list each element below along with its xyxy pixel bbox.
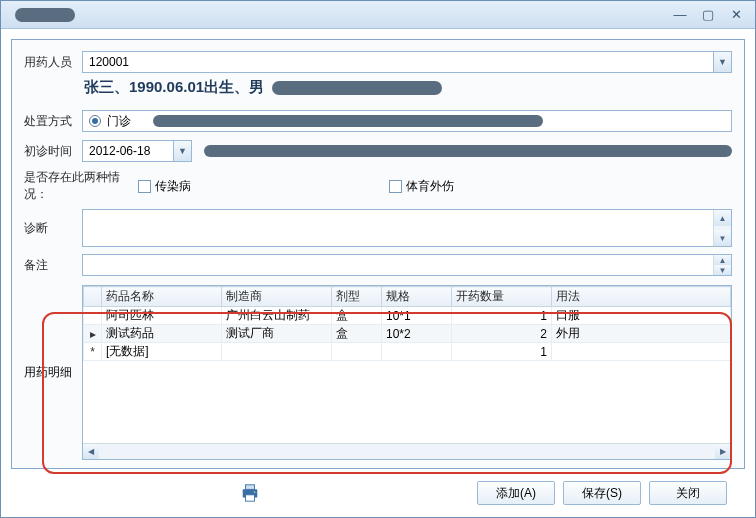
- patient-dropdown-button[interactable]: ▼: [713, 52, 731, 72]
- maximize-button[interactable]: ▢: [695, 6, 721, 24]
- footer: 添加(A) 保存(S) 关闭: [11, 469, 745, 517]
- grid-header-manufacturer[interactable]: 制造商: [222, 287, 332, 307]
- cell-spec[interactable]: 10*2: [382, 325, 452, 343]
- scroll-down-icon[interactable]: ▼: [714, 230, 731, 246]
- add-button[interactable]: 添加(A): [477, 481, 555, 505]
- medication-grid[interactable]: 药品名称 制造商 剂型 规格 开药数量 用法 阿司匹林广州白云山制药盒10*11…: [82, 285, 732, 460]
- scroll-right-icon[interactable]: ▶: [715, 444, 731, 459]
- patient-summary-text: 张三、1990.06.01出生、男: [84, 78, 264, 97]
- cell-spec[interactable]: 10*1: [382, 307, 452, 325]
- content-area: 用药人员 120001 ▼ 张三、1990.06.01出生、男 处置方式 门诊: [1, 29, 755, 517]
- first-visit-dropdown-button[interactable]: ▼: [173, 141, 191, 161]
- sports-injury-label: 体育外伤: [406, 178, 454, 195]
- cell-qty[interactable]: 1: [452, 343, 552, 361]
- svg-rect-1: [245, 485, 254, 490]
- disposition-radio-outpatient[interactable]: [89, 115, 101, 127]
- first-visit-value: 2012-06-18: [83, 144, 173, 158]
- cell-form[interactable]: 盒: [332, 307, 382, 325]
- cell-manufacturer[interactable]: 测试厂商: [222, 325, 332, 343]
- disposition-radio-outpatient-label: 门诊: [107, 113, 131, 130]
- diagnosis-textarea[interactable]: ▲ ▼: [82, 209, 732, 247]
- minimize-button[interactable]: —: [667, 6, 693, 24]
- diagnosis-label: 诊断: [24, 220, 76, 237]
- save-button[interactable]: 保存(S): [563, 481, 641, 505]
- svg-point-3: [254, 491, 256, 493]
- row-marker[interactable]: ▸: [84, 325, 102, 343]
- printer-icon[interactable]: [239, 483, 261, 503]
- table-row[interactable]: ▸测试药品测试厂商盒10*22外用: [84, 325, 731, 343]
- grid-header-marker: [84, 287, 102, 307]
- infectious-checkbox[interactable]: [138, 180, 151, 193]
- grid-header-form[interactable]: 剂型: [332, 287, 382, 307]
- close-window-button[interactable]: ✕: [723, 6, 749, 24]
- remarks-textarea[interactable]: ▲ ▼: [82, 254, 732, 276]
- title-redacted: [15, 8, 75, 22]
- cell-qty[interactable]: 1: [452, 307, 552, 325]
- cell-usage[interactable]: [552, 343, 731, 361]
- remarks-label: 备注: [24, 257, 76, 274]
- scroll-up-icon[interactable]: ▲: [714, 255, 731, 265]
- diagnosis-scrollbar[interactable]: ▲ ▼: [713, 210, 731, 246]
- scroll-left-icon[interactable]: ◀: [83, 444, 99, 459]
- table-row[interactable]: *[无数据]1: [84, 343, 731, 361]
- cell-name[interactable]: [无数据]: [102, 343, 222, 361]
- cell-name[interactable]: 阿司匹林: [102, 307, 222, 325]
- scroll-down-icon[interactable]: ▼: [714, 265, 731, 275]
- patient-combo[interactable]: 120001 ▼: [82, 51, 732, 73]
- infectious-label: 传染病: [155, 178, 191, 195]
- close-button[interactable]: 关闭: [649, 481, 727, 505]
- cell-form[interactable]: 盒: [332, 325, 382, 343]
- cell-form[interactable]: [332, 343, 382, 361]
- patient-label: 用药人员: [24, 54, 76, 71]
- titlebar: — ▢ ✕: [1, 1, 755, 29]
- cell-spec[interactable]: [382, 343, 452, 361]
- svg-rect-2: [245, 495, 254, 501]
- grid-header-name[interactable]: 药品名称: [102, 287, 222, 307]
- cell-name[interactable]: 测试药品: [102, 325, 222, 343]
- sports-injury-checkbox[interactable]: [389, 180, 402, 193]
- row-marker[interactable]: [84, 307, 102, 325]
- table-row[interactable]: 阿司匹林广州白云山制药盒10*11口服: [84, 307, 731, 325]
- first-visit-redacted: [204, 145, 732, 157]
- cell-qty[interactable]: 2: [452, 325, 552, 343]
- remarks-scrollbar[interactable]: ▲ ▼: [713, 255, 731, 275]
- patient-id-value: 120001: [83, 55, 713, 69]
- grid-header-qty[interactable]: 开药数量: [452, 287, 552, 307]
- disposition-redacted: [153, 115, 543, 127]
- patient-summary: 张三、1990.06.01出生、男: [84, 78, 732, 97]
- cell-manufacturer[interactable]: 广州白云山制药: [222, 307, 332, 325]
- scroll-up-icon[interactable]: ▲: [714, 210, 731, 226]
- cell-usage[interactable]: 口服: [552, 307, 731, 325]
- first-visit-date[interactable]: 2012-06-18 ▼: [82, 140, 192, 162]
- row-marker[interactable]: *: [84, 343, 102, 361]
- cell-manufacturer[interactable]: [222, 343, 332, 361]
- disposition-group: 门诊: [82, 110, 732, 132]
- first-visit-label: 初诊时间: [24, 143, 76, 160]
- grid-header-row: 药品名称 制造商 剂型 规格 开药数量 用法: [84, 287, 731, 307]
- disposition-label: 处置方式: [24, 113, 76, 130]
- form-panel: 用药人员 120001 ▼ 张三、1990.06.01出生、男 处置方式 门诊: [11, 39, 745, 469]
- conditions-label: 是否存在此两种情况：: [24, 169, 124, 203]
- patient-summary-redacted: [272, 81, 442, 95]
- detail-label: 用药明细: [24, 285, 76, 460]
- app-window: — ▢ ✕ 用药人员 120001 ▼ 张三、1990.06.01出生、男 处置…: [0, 0, 756, 518]
- grid-horizontal-scrollbar[interactable]: ◀ ▶: [83, 443, 731, 459]
- grid-header-usage[interactable]: 用法: [552, 287, 731, 307]
- grid-header-spec[interactable]: 规格: [382, 287, 452, 307]
- cell-usage[interactable]: 外用: [552, 325, 731, 343]
